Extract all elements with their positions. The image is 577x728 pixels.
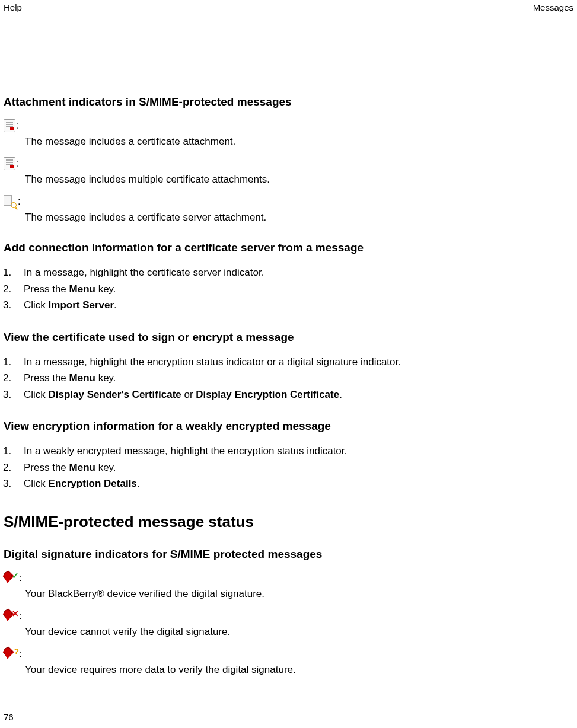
section-title-view-certificate: View the certificate used to sign or enc… — [4, 331, 573, 344]
step-text: In a weakly encrypted message, highlight… — [24, 445, 347, 456]
step-bold: Menu — [69, 462, 95, 473]
indicator-description: The message includes a certificate serve… — [4, 212, 573, 223]
indicator-term: ? : — [4, 647, 573, 660]
step-bold: Import Server — [49, 299, 114, 311]
step-text: In a message, highlight the certificate … — [24, 267, 264, 278]
header-right: Messages — [533, 2, 573, 12]
step-bold: Menu — [69, 283, 95, 295]
colon: : — [18, 196, 20, 207]
indicator-item: : The message includes a certificate att… — [4, 119, 573, 148]
signature-unverified-icon: ✕ — [4, 609, 18, 622]
indicator-description: Your device requires more data to verify… — [4, 664, 573, 676]
step-bold: Menu — [69, 372, 95, 384]
page-number: 76 — [4, 712, 14, 722]
certificate-server-attachment-icon — [4, 195, 17, 208]
section-title-add-connection: Add connection information for a certifi… — [4, 241, 573, 254]
signature-verified-icon: ✓ — [4, 571, 18, 585]
indicator-description: The message includes a certificate attac… — [4, 136, 573, 148]
colon: : — [19, 649, 21, 659]
step-text: . — [137, 478, 140, 489]
indicator-item: ✓ : Your BlackBerry® device verified the… — [4, 571, 573, 600]
step-bold: Encryption Details — [49, 478, 137, 489]
step-item: In a message, highlight the certificate … — [14, 265, 573, 280]
step-item: Press the Menu key. — [14, 371, 573, 386]
step-text: . — [114, 299, 117, 311]
steps-list: In a message, highlight the encryption s… — [4, 355, 573, 403]
step-bold: Display Sender's Certificate — [49, 389, 181, 400]
signature-needs-data-icon: ? — [4, 647, 18, 660]
colon: : — [17, 158, 19, 169]
header-left: Help — [4, 2, 22, 12]
indicator-term: ✕ : — [4, 609, 573, 622]
indicator-description: Your device cannot verify the digital si… — [4, 626, 573, 638]
step-text: Press the — [24, 283, 69, 295]
step-text: key. — [95, 462, 116, 473]
step-text: Click — [24, 389, 49, 400]
section-title-attachment-indicators: Attachment indicators in S/MIME-protecte… — [4, 95, 573, 108]
indicator-term: : — [4, 157, 573, 170]
section-title-digital-signature-indicators: Digital signature indicators for S/MIME … — [4, 548, 573, 561]
indicator-description: The message includes multiple certificat… — [4, 174, 573, 186]
indicator-item: ✕ : Your device cannot verify the digita… — [4, 609, 573, 638]
step-text: or — [181, 389, 196, 400]
step-item: Click Display Sender's Certificate or Di… — [14, 387, 573, 403]
multiple-certificate-attachment-icon — [4, 157, 15, 170]
indicator-term: : — [4, 195, 573, 208]
step-text: key. — [95, 283, 116, 295]
step-item: Press the Menu key. — [14, 282, 573, 297]
main-heading-smime-status: S/MIME-protected message status — [4, 513, 573, 531]
indicator-term: : — [4, 119, 573, 132]
indicator-item: : The message includes multiple certific… — [4, 157, 573, 186]
step-text: Click — [24, 478, 49, 489]
step-text: key. — [95, 372, 116, 384]
section-title-view-encryption-weak: View encryption information for a weakly… — [4, 420, 573, 433]
steps-list: In a message, highlight the certificate … — [4, 265, 573, 313]
step-text: . — [339, 389, 342, 400]
colon: : — [19, 611, 21, 621]
step-item: In a weakly encrypted message, highlight… — [14, 443, 573, 459]
certificate-attachment-icon — [4, 119, 15, 132]
colon: : — [17, 120, 19, 131]
step-item: In a message, highlight the encryption s… — [14, 355, 573, 370]
indicator-item: : The message includes a certificate ser… — [4, 195, 573, 223]
step-item: Click Encryption Details. — [14, 476, 573, 491]
step-text: Press the — [24, 462, 69, 473]
step-item: Press the Menu key. — [14, 460, 573, 475]
step-bold: Display Encryption Certificate — [196, 389, 339, 400]
colon: : — [19, 573, 21, 583]
page-content: Attachment indicators in S/MIME-protecte… — [0, 12, 577, 676]
step-text: Press the — [24, 372, 69, 384]
indicator-term: ✓ : — [4, 571, 573, 585]
step-text: In a message, highlight the encryption s… — [24, 356, 401, 368]
steps-list: In a weakly encrypted message, highlight… — [4, 443, 573, 491]
step-item: Click Import Server. — [14, 298, 573, 313]
indicator-item: ? : Your device requires more data to ve… — [4, 647, 573, 676]
step-text: Click — [24, 299, 49, 311]
indicator-description: Your BlackBerry® device verified the dig… — [4, 588, 573, 600]
page-header: Help Messages — [0, 0, 577, 12]
